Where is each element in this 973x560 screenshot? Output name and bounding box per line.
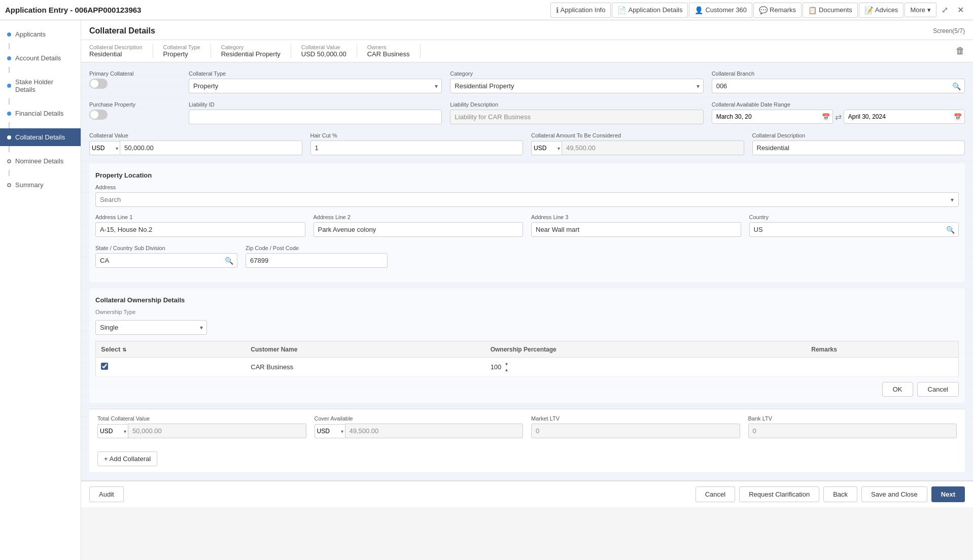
close-button[interactable]: ✕: [953, 3, 968, 17]
address-line3-input[interactable]: [531, 222, 741, 237]
next-button[interactable]: Next: [931, 486, 965, 502]
date-from-input[interactable]: [712, 110, 833, 124]
delete-collateral-button[interactable]: 🗑: [956, 46, 965, 56]
calendar-to-icon[interactable]: 📅: [954, 113, 962, 121]
panel-title: Collateral Details: [89, 26, 155, 36]
cover-amount-input: [345, 424, 524, 438]
calendar-from-icon[interactable]: 📅: [822, 113, 830, 121]
table-cell-remarks: [806, 358, 958, 377]
address-search-input[interactable]: [95, 192, 959, 207]
address-line1-input[interactable]: [95, 222, 305, 237]
country-search-icon[interactable]: 🔍: [946, 226, 955, 234]
sidebar-dot-stake: [7, 84, 11, 88]
purchase-property-toggle[interactable]: [89, 110, 108, 120]
nav-more[interactable]: More ▾: [905, 3, 936, 17]
category-group: Category Residential Property: [450, 71, 703, 93]
sidebar-item-account-details[interactable]: Account Details: [0, 49, 81, 67]
pct-up-icon[interactable]: ▴: [505, 367, 508, 372]
cover-currency-select[interactable]: USD: [315, 424, 345, 438]
cancel-button[interactable]: Cancel: [696, 486, 735, 502]
chat-icon: 💬: [759, 6, 768, 14]
sidebar-item-applicants[interactable]: Applicants: [0, 25, 81, 43]
col-select: Select ⇅: [96, 341, 246, 358]
hair-cut-input[interactable]: [310, 141, 524, 155]
date-range-wrapper: 📅 ⇄ 📅: [712, 110, 965, 124]
save-close-button[interactable]: Save and Close: [861, 486, 927, 502]
address-lines-row: Address Line 1 Address Line 2 Address Li…: [95, 214, 959, 237]
zip-input[interactable]: [246, 253, 388, 268]
collateral-amount-currency-amount: USD: [531, 141, 744, 155]
nav-documents[interactable]: 📋 Documents: [803, 3, 858, 18]
collateral-currency-select[interactable]: USD: [89, 141, 120, 155]
category-select[interactable]: Residential Property: [450, 79, 703, 93]
liability-id-input[interactable]: [189, 110, 442, 124]
collateral-summary-bar: Collateral Description Residential Colla…: [81, 40, 973, 62]
state-input[interactable]: [95, 253, 237, 268]
collateral-currency-wrap: USD: [89, 141, 120, 155]
liability-desc-input: [450, 110, 703, 124]
sidebar-item-summary[interactable]: Summary: [0, 176, 81, 194]
address-search-wrapper: [95, 192, 959, 207]
nav-app-info[interactable]: ℹ Application Info: [550, 3, 611, 18]
address-line3-group: Address Line 3: [531, 214, 741, 237]
advices-icon: 📝: [864, 6, 873, 14]
date-to-wrap: 📅: [844, 110, 965, 124]
table-row: CAR Business 100 ▾ ▴: [96, 358, 959, 377]
collateral-amount-currency-wrap: USD: [531, 141, 562, 155]
nav-customer-360[interactable]: 👤 Customer 360: [689, 3, 752, 18]
row-checkbox[interactable]: [101, 363, 108, 370]
sidebar-item-stake-holder[interactable]: Stake Holder Details: [0, 73, 81, 98]
date-to-input[interactable]: [844, 110, 965, 124]
ok-button[interactable]: OK: [882, 382, 913, 397]
top-nav: ℹ Application Info 📄 Application Details…: [550, 3, 968, 18]
sidebar-line: [9, 146, 10, 152]
address-line2-input[interactable]: [314, 222, 524, 237]
country-input[interactable]: [749, 222, 959, 237]
sidebar-item-nominee[interactable]: Nominee Details: [0, 152, 81, 170]
cancel-sm-button[interactable]: Cancel: [917, 382, 959, 397]
ownership-type-select-wrap: Single: [95, 320, 207, 335]
pct-row: 100 ▾ ▴: [491, 362, 802, 372]
add-collateral-button[interactable]: + Add Collateral: [97, 451, 157, 466]
request-clarification-button[interactable]: Request Clarification: [739, 486, 819, 502]
cover-currency-amount: USD: [315, 424, 524, 438]
cover-available-group: Cover Available USD: [315, 415, 524, 438]
ownership-type-select[interactable]: Single: [95, 320, 207, 335]
state-group: State / Country Sub Division 🔍: [95, 245, 237, 268]
ok-cancel-row: OK Cancel: [95, 382, 959, 397]
back-button[interactable]: Back: [823, 486, 857, 502]
nav-app-details[interactable]: 📄 Application Details: [612, 3, 688, 18]
zip-group: Zip Code / Post Code: [246, 245, 388, 268]
nav-remarks[interactable]: 💬 Remarks: [753, 3, 802, 18]
ownership-type-group: Ownership Type Single: [95, 309, 207, 335]
resize-button[interactable]: ⤢: [937, 3, 952, 17]
table-cell-customer: CAR Business: [246, 358, 485, 377]
state-search-icon[interactable]: 🔍: [225, 257, 233, 265]
sidebar-dot-summary: [7, 183, 11, 187]
collateral-amount-currency-select[interactable]: USD: [531, 141, 562, 155]
collateral-value-currency-amount: USD: [89, 141, 302, 155]
address-line2-group: Address Line 2: [314, 214, 524, 237]
nav-advices[interactable]: 📝 Advices: [859, 3, 904, 18]
summary-collateral-type: Collateral Type Property: [163, 44, 211, 58]
pct-down-icon[interactable]: ▾: [505, 362, 508, 367]
collateral-type-select[interactable]: Property: [189, 79, 442, 93]
sidebar-item-collateral[interactable]: Collateral Details: [0, 128, 81, 146]
primary-collateral-toggle[interactable]: [89, 79, 108, 89]
app-title: Application Entry - 006APP000123963: [5, 6, 550, 14]
collateral-desc-input[interactable]: [752, 141, 965, 155]
totals-row: Total Collateral Value USD Cover Availab…: [97, 415, 957, 438]
total-collateral-currency-select[interactable]: USD: [97, 424, 128, 438]
sidebar-item-financial[interactable]: Financial Details: [0, 104, 81, 122]
select-sort-icon[interactable]: ⇅: [122, 347, 126, 353]
address-group: Address: [95, 184, 959, 214]
collateral-branch-input[interactable]: [712, 79, 965, 93]
pct-arrows: ▾ ▴: [505, 362, 508, 372]
primary-collateral-group: Primary Collateral: [89, 71, 181, 93]
search-icon[interactable]: 🔍: [952, 82, 961, 90]
summary-category: Category Residential Property: [221, 44, 291, 58]
collateral-value-input[interactable]: [120, 141, 302, 155]
sidebar-dot-financial: [7, 112, 11, 116]
top-header: Application Entry - 006APP000123963 ℹ Ap…: [0, 0, 973, 20]
audit-button[interactable]: Audit: [89, 486, 124, 502]
